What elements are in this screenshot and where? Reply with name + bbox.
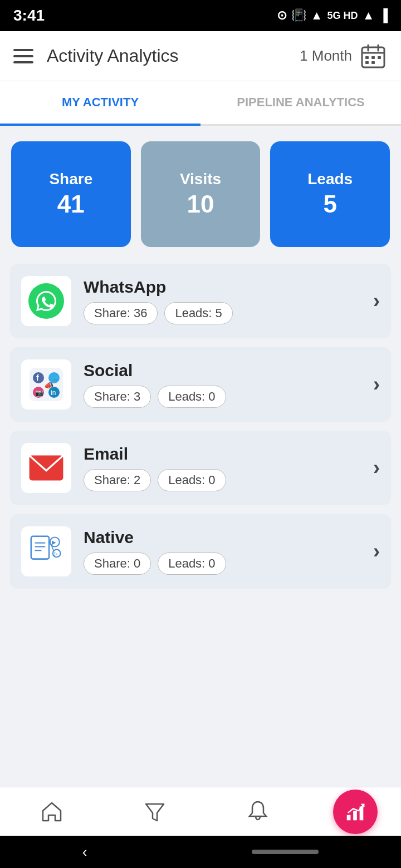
signal-icon: ▲ <box>311 8 323 23</box>
whatsapp-badges: Share: 36 Leads: 5 <box>84 302 368 324</box>
whatsapp-share-badge: Share: 36 <box>84 302 158 324</box>
nav-analytics-fab[interactable] <box>333 790 378 834</box>
stat-card-share[interactable]: Share 41 <box>11 141 131 247</box>
header-right: 1 Month <box>300 42 388 71</box>
native-leads-badge: Leads: 0 <box>158 553 226 575</box>
whatsapp-chevron: › <box>373 289 380 313</box>
stat-leads-value: 5 <box>323 190 336 218</box>
email-badges: Share: 2 Leads: 0 <box>84 469 368 491</box>
svg-rect-5 <box>371 56 375 59</box>
social-name: Social <box>84 361 368 380</box>
native-name: Native <box>84 528 368 547</box>
tab-pipeline-analytics[interactable]: PIPELINE ANALYTICS <box>200 81 401 124</box>
email-name: Email <box>84 445 368 463</box>
stat-card-visits[interactable]: Visits 10 <box>141 141 261 247</box>
stat-share-label: Share <box>49 170 92 188</box>
stat-share-value: 41 <box>57 190 85 218</box>
svg-text:▶: ▶ <box>52 539 56 545</box>
social-chevron: › <box>373 373 380 396</box>
channel-item-social[interactable]: f 🐦 📷 in 📣 Social Share: 3 <box>10 347 391 422</box>
whatsapp-leads-badge: Leads: 5 <box>164 302 232 324</box>
svg-text:f: f <box>36 373 39 382</box>
whatsapp-name: WhatsApp <box>84 278 368 297</box>
tab-my-activity[interactable]: MY ACTIVITY <box>0 81 200 126</box>
bottom-nav <box>0 787 401 836</box>
back-button[interactable]: ‹ <box>82 844 87 861</box>
period-label[interactable]: 1 Month <box>300 47 352 65</box>
svg-rect-8 <box>371 61 375 64</box>
email-share-badge: Share: 2 <box>84 469 151 491</box>
status-time: 3:41 <box>13 7 45 24</box>
hamburger-menu[interactable] <box>13 49 33 63</box>
channel-item-whatsapp[interactable]: WhatsApp Share: 36 Leads: 5 › <box>10 264 391 338</box>
email-icon <box>28 454 64 482</box>
status-bar: 3:41 ⊙ 📳 ▲ 5G HD ▲ ▐ <box>0 0 401 31</box>
channel-list: WhatsApp Share: 36 Leads: 5 › f 🐦 <box>0 258 401 594</box>
home-pill[interactable] <box>252 850 319 854</box>
email-info: Email Share: 2 Leads: 0 <box>84 445 368 491</box>
email-leads-badge: Leads: 0 <box>158 469 226 491</box>
svg-text:in: in <box>51 389 56 397</box>
svg-rect-20 <box>31 536 49 559</box>
social-icon-wrap: f 🐦 📷 in 📣 <box>21 359 71 410</box>
social-icon: f 🐦 📷 in 📣 <box>28 367 64 402</box>
nav-notifications[interactable] <box>230 793 286 831</box>
circle-icon: ⊙ <box>277 8 287 23</box>
whatsapp-icon-wrap <box>21 276 71 326</box>
battery-icon: ▐ <box>379 8 388 23</box>
svg-text:📷: 📷 <box>35 388 43 397</box>
channel-item-native[interactable]: ▶ ▷ Native Share: 0 Leads: 0 › <box>10 514 391 589</box>
stat-card-leads[interactable]: Leads 5 <box>270 141 390 247</box>
native-chevron: › <box>373 540 380 563</box>
stat-visits-value: 10 <box>187 190 214 218</box>
status-icons: ⊙ 📳 ▲ 5G HD ▲ ▐ <box>277 8 388 23</box>
svg-text:📣: 📣 <box>44 381 54 390</box>
svg-rect-6 <box>378 56 381 59</box>
whatsapp-info: WhatsApp Share: 36 Leads: 5 <box>84 278 368 324</box>
system-nav-bar: ‹ <box>0 836 401 868</box>
svg-rect-7 <box>365 61 369 64</box>
native-icon-wrap: ▶ ▷ <box>21 526 71 576</box>
social-share-badge: Share: 3 <box>84 386 151 408</box>
nav-filter[interactable] <box>127 793 183 831</box>
svg-marker-29 <box>146 804 164 821</box>
content-area: Share 41 Visits 10 Leads 5 WhatsApp <box>0 126 401 868</box>
whatsapp-icon <box>28 283 64 319</box>
social-leads-badge: Leads: 0 <box>158 386 226 408</box>
email-icon-wrap <box>21 443 71 493</box>
stats-row: Share 41 Visits 10 Leads 5 <box>0 126 401 258</box>
native-share-badge: Share: 0 <box>84 553 151 575</box>
page-title: Activity Analytics <box>47 46 300 66</box>
native-icon: ▶ ▷ <box>27 534 65 569</box>
svg-rect-30 <box>346 815 350 820</box>
wifi-hd-icon: 5G HD <box>327 10 358 22</box>
social-info: Social Share: 3 Leads: 0 <box>84 361 368 408</box>
svg-text:▷: ▷ <box>54 551 58 556</box>
tabs-bar: MY ACTIVITY PIPELINE ANALYTICS <box>0 81 401 126</box>
vibrate-icon: 📳 <box>291 8 306 23</box>
svg-rect-4 <box>365 56 369 59</box>
svg-rect-31 <box>353 811 357 820</box>
channel-item-email[interactable]: Email Share: 2 Leads: 0 › <box>10 431 391 505</box>
nav-home[interactable] <box>24 793 80 831</box>
native-badges: Share: 0 Leads: 0 <box>84 553 368 575</box>
social-badges: Share: 3 Leads: 0 <box>84 386 368 408</box>
native-info: Native Share: 0 Leads: 0 <box>84 528 368 575</box>
calendar-icon[interactable] <box>359 42 388 71</box>
email-chevron: › <box>373 456 380 480</box>
stat-visits-label: Visits <box>180 170 221 188</box>
signal-bars-icon: ▲ <box>363 8 375 23</box>
stat-leads-label: Leads <box>307 170 353 188</box>
header: Activity Analytics 1 Month <box>0 31 401 81</box>
